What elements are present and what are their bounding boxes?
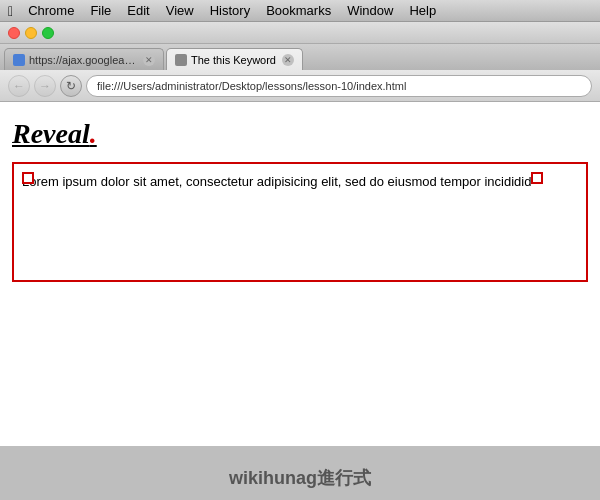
title-bar	[0, 22, 600, 44]
tab-active-close-icon[interactable]: ✕	[282, 54, 294, 66]
refresh-button[interactable]: ↻	[60, 75, 82, 97]
menu-edit[interactable]: Edit	[120, 2, 156, 19]
back-icon: ←	[13, 79, 25, 93]
browser-window:  Chrome File Edit View History Bookmark…	[0, 0, 600, 500]
forward-icon: →	[39, 79, 51, 93]
tab-ajax-label: https://ajax.googleapis.com...	[29, 54, 137, 66]
menu-bar:  Chrome File Edit View History Bookmark…	[0, 0, 600, 22]
lorem-text-box: Lorem ipsum dolor sit amet, consectetur …	[12, 162, 588, 282]
tab-keyword[interactable]: The this Keyword ✕	[166, 48, 303, 70]
web-content: Reveal. Lorem ipsum dolor sit amet, cons…	[0, 102, 600, 446]
nav-bar: ← → ↻ file:///Users/administrator/Deskto…	[0, 70, 600, 102]
minimize-button[interactable]	[25, 27, 37, 39]
page-title: Reveal.	[12, 118, 588, 150]
menu-window[interactable]: Window	[340, 2, 400, 19]
watermark: wikihunag進行式	[0, 446, 600, 500]
menu-history[interactable]: History	[203, 2, 257, 19]
address-bar[interactable]: file:///Users/administrator/Desktop/less…	[86, 75, 592, 97]
tab-favicon	[13, 54, 25, 66]
back-button[interactable]: ←	[8, 75, 30, 97]
menu-file[interactable]: File	[83, 2, 118, 19]
menu-bookmarks[interactable]: Bookmarks	[259, 2, 338, 19]
forward-button[interactable]: →	[34, 75, 56, 97]
maximize-button[interactable]	[42, 27, 54, 39]
address-text: file:///Users/administrator/Desktop/less…	[97, 80, 581, 92]
tab-bar: https://ajax.googleapis.com... ✕ The thi…	[0, 44, 600, 70]
refresh-icon: ↻	[66, 79, 76, 93]
close-button[interactable]	[8, 27, 20, 39]
traffic-lights	[8, 27, 54, 39]
menu-chrome[interactable]: Chrome	[21, 2, 81, 19]
watermark-text: wikihunag進行式	[229, 468, 371, 488]
tab-close-icon[interactable]: ✕	[143, 54, 155, 66]
tab-favicon-active	[175, 54, 187, 66]
tab-keyword-label: The this Keyword	[191, 54, 276, 66]
menu-help[interactable]: Help	[402, 2, 443, 19]
page-title-text: Reveal	[12, 118, 90, 149]
menu-view[interactable]: View	[159, 2, 201, 19]
lorem-text: Lorem ipsum dolor sit amet, consectetur …	[22, 174, 531, 189]
tab-ajax[interactable]: https://ajax.googleapis.com... ✕	[4, 48, 164, 70]
title-dot: .	[90, 118, 97, 149]
apple-logo-icon[interactable]: 	[8, 3, 13, 19]
